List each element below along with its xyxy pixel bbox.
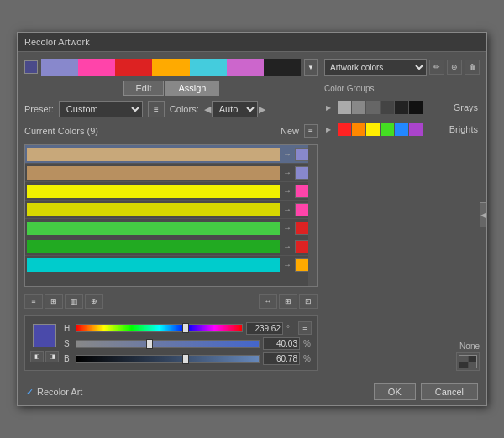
color-picker-row: ◧ ◨ H ° = bbox=[30, 321, 312, 365]
group-brights[interactable]: ▶ Brights bbox=[324, 120, 480, 138]
table-row[interactable]: → bbox=[25, 145, 317, 164]
left-icon-group: ≡ ⊞ ▥ ⊕ bbox=[24, 294, 103, 309]
grays-label: Grays bbox=[454, 102, 478, 112]
show-swatches-btn[interactable]: ▥ bbox=[65, 294, 83, 309]
footer: ✓ Recolor Art OK Cancel bbox=[18, 378, 486, 405]
swatch bbox=[352, 123, 365, 136]
brights-label: Brights bbox=[449, 124, 478, 134]
collapse-handle[interactable]: ◀ bbox=[480, 202, 486, 227]
tab-assign[interactable]: Assign bbox=[165, 81, 218, 96]
current-color-bar bbox=[27, 203, 280, 216]
colors-arrow-right[interactable]: ▶ bbox=[259, 104, 265, 115]
colors-select[interactable]: Auto 1 2 3 bbox=[212, 101, 258, 117]
table-row[interactable]: → bbox=[25, 182, 317, 201]
arrow-indicator: → bbox=[281, 149, 293, 159]
s-slider[interactable] bbox=[76, 340, 260, 348]
current-color-bar bbox=[27, 258, 280, 272]
grid-btn[interactable]: ⊞ bbox=[279, 294, 297, 309]
show-columns-btn[interactable]: ⊞ bbox=[45, 294, 63, 309]
dialog-title: Recolor Artwork bbox=[24, 37, 90, 47]
color-preview[interactable] bbox=[33, 324, 56, 347]
current-color-bar bbox=[27, 166, 280, 180]
s-unit: % bbox=[303, 339, 312, 348]
paste-color-btn[interactable]: ◨ bbox=[45, 351, 59, 362]
grays-swatches bbox=[338, 101, 450, 114]
strip-seg-5 bbox=[190, 59, 227, 76]
group-arrow-grays: ▶ bbox=[326, 104, 334, 112]
s-slider-row: S % bbox=[64, 337, 312, 350]
strip-seg-7 bbox=[264, 59, 301, 76]
tab-row: Edit Assign bbox=[24, 81, 318, 96]
swatch bbox=[381, 123, 394, 136]
table-row[interactable]: → bbox=[25, 219, 317, 237]
swatch bbox=[409, 123, 423, 136]
b-slider-row: B % bbox=[64, 352, 312, 365]
none-swatch[interactable] bbox=[456, 352, 480, 371]
strip-seg-3 bbox=[115, 59, 152, 76]
table-row[interactable]: → bbox=[25, 201, 317, 219]
recolor-artwork-dialog: Recolor Artwork ▼ Edit bbox=[17, 32, 487, 406]
color-strip-row: ▼ bbox=[24, 59, 318, 76]
recolor-art-label: Recolor Art bbox=[37, 387, 82, 397]
swatch bbox=[409, 101, 423, 114]
b-label: B bbox=[64, 354, 72, 363]
footer-buttons: OK Cancel bbox=[374, 383, 478, 400]
color-strip-dropdown[interactable]: ▼ bbox=[304, 59, 318, 76]
table-menu-btn[interactable]: ≡ bbox=[304, 124, 318, 138]
table-row[interactable]: → bbox=[25, 237, 317, 256]
artwork-colors-tools: Artwork colors ✏ ⊕ 🗑 bbox=[324, 59, 480, 76]
current-color-bar bbox=[27, 185, 280, 198]
arrow-indicator: → bbox=[281, 168, 293, 177]
artwork-colors-select[interactable]: Artwork colors bbox=[324, 59, 427, 76]
table-row[interactable]: → bbox=[25, 256, 317, 274]
swatch bbox=[338, 123, 351, 136]
h-unit: ° bbox=[286, 324, 295, 333]
arrow-indicator: → bbox=[281, 186, 293, 196]
table-row[interactable]: → bbox=[25, 164, 317, 182]
colors-arrow-left[interactable]: ◀ bbox=[204, 104, 211, 115]
options-btn[interactable]: ⊡ bbox=[299, 294, 318, 309]
group-arrow-brights: ▶ bbox=[326, 126, 334, 133]
arrow-indicator: → bbox=[281, 260, 293, 269]
swatch bbox=[395, 101, 408, 114]
h-thumb[interactable] bbox=[182, 323, 189, 333]
b-thumb[interactable] bbox=[182, 354, 189, 364]
add-row-btn[interactable]: ⊕ bbox=[85, 294, 103, 309]
swatch bbox=[352, 101, 365, 114]
preset-select[interactable]: Custom 1 Color Job 2 Color Job bbox=[59, 101, 143, 117]
footer-left: ✓ Recolor Art bbox=[26, 387, 82, 398]
color-strip-checkbox[interactable] bbox=[24, 60, 38, 74]
b-value-input[interactable] bbox=[263, 352, 300, 365]
b-slider[interactable] bbox=[76, 355, 260, 363]
current-color-bar bbox=[27, 240, 280, 253]
ok-button[interactable]: OK bbox=[374, 383, 416, 400]
s-thumb[interactable] bbox=[146, 339, 153, 349]
hsb-chain-btn[interactable]: = bbox=[298, 321, 312, 335]
cancel-button[interactable]: Cancel bbox=[421, 383, 478, 400]
preset-options-btn[interactable]: ≡ bbox=[148, 101, 165, 117]
recolor-art-check[interactable]: ✓ bbox=[26, 387, 34, 398]
table-scrollbar[interactable] bbox=[308, 145, 317, 286]
right-icon-group: ↔ ⊞ ⊡ bbox=[259, 294, 318, 309]
delete-group-icon[interactable]: 🗑 bbox=[465, 60, 480, 75]
eyedropper-icon[interactable]: ✏ bbox=[429, 60, 444, 75]
left-panel: ▼ Edit Assign Preset: Custom 1 Color Job… bbox=[24, 59, 318, 371]
copy-color-btn[interactable]: ◧ bbox=[30, 351, 44, 362]
color-table-header: Current Colors (9) New ≡ bbox=[24, 123, 318, 139]
strip-seg-4 bbox=[152, 59, 189, 76]
s-label: S bbox=[64, 339, 72, 348]
h-slider[interactable] bbox=[76, 324, 243, 332]
tab-edit[interactable]: Edit bbox=[123, 81, 165, 96]
title-bar: Recolor Artwork bbox=[18, 33, 486, 52]
group-grays[interactable]: ▶ Grays bbox=[324, 98, 480, 117]
brights-swatches bbox=[338, 123, 446, 136]
color-strip bbox=[41, 59, 301, 76]
show-tints-btn[interactable]: ≡ bbox=[24, 294, 43, 309]
h-label: H bbox=[64, 324, 72, 333]
h-value-input[interactable] bbox=[246, 322, 283, 335]
arrows-btn[interactable]: ↔ bbox=[259, 294, 277, 309]
preset-label: Preset: bbox=[24, 104, 54, 114]
arrow-indicator: → bbox=[281, 205, 293, 214]
s-value-input[interactable] bbox=[263, 337, 300, 350]
save-group-icon[interactable]: ⊕ bbox=[447, 60, 462, 75]
